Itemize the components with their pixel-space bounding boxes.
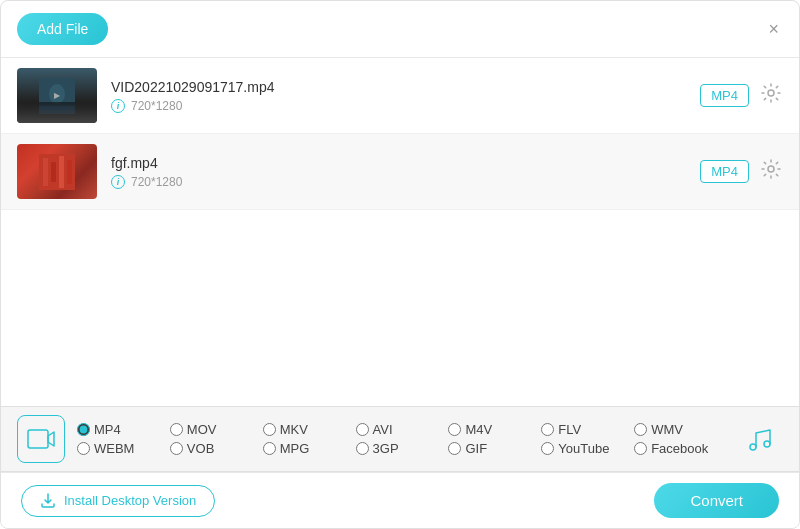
format-badge-2[interactable]: MP4 (700, 160, 749, 183)
format-badge-1[interactable]: MP4 (700, 84, 749, 107)
svg-rect-12 (28, 430, 48, 448)
format-flv[interactable]: FLV (541, 422, 634, 437)
format-vob[interactable]: VOB (170, 441, 263, 456)
file-thumbnail-2 (17, 144, 97, 199)
format-mkv[interactable]: MKV (263, 422, 356, 437)
format-bar: MP4 MOV MKV AVI M4V FLV WMV WEBM VOB MPG (1, 406, 799, 472)
file-name-2: fgf.mp4 (111, 155, 700, 171)
file-actions-2: MP4 (700, 157, 783, 186)
format-mp4[interactable]: MP4 (77, 422, 170, 437)
format-wmv[interactable]: WMV (634, 422, 727, 437)
file-actions-1: MP4 (700, 81, 783, 110)
music-format-icon[interactable] (735, 415, 783, 463)
format-options-grid: MP4 MOV MKV AVI M4V FLV WMV WEBM VOB MPG (77, 422, 727, 456)
close-button[interactable]: × (764, 16, 783, 42)
svg-rect-9 (59, 156, 64, 188)
svg-rect-7 (43, 158, 48, 186)
format-youtube[interactable]: YouTube (541, 441, 634, 456)
file-name-1: VID20221029091717.mp4 (111, 79, 700, 95)
install-label: Install Desktop Version (64, 493, 196, 508)
svg-point-14 (764, 441, 770, 447)
video-format-icon (17, 415, 65, 463)
app-header: Add File × (1, 1, 799, 58)
convert-button[interactable]: Convert (654, 483, 779, 518)
format-gif[interactable]: GIF (448, 441, 541, 456)
file-info-2: fgf.mp4 i 720*1280 (97, 155, 700, 189)
file-resolution-2: 720*1280 (131, 175, 182, 189)
svg-rect-3 (39, 102, 75, 106)
format-mpg[interactable]: MPG (263, 441, 356, 456)
svg-point-11 (768, 166, 774, 172)
file-list: ▶ VID20221029091717.mp4 i 720*1280 MP4 (1, 58, 799, 408)
file-item-2: fgf.mp4 i 720*1280 MP4 (1, 134, 799, 210)
file-thumbnail-1: ▶ (17, 68, 97, 123)
format-facebook[interactable]: Facebook (634, 441, 727, 456)
svg-rect-10 (67, 160, 72, 184)
file-item-1: ▶ VID20221029091717.mp4 i 720*1280 MP4 (1, 58, 799, 134)
info-icon-1[interactable]: i (111, 99, 125, 113)
add-file-button[interactable]: Add File (17, 13, 108, 45)
file-info-1: VID20221029091717.mp4 i 720*1280 (97, 79, 700, 113)
svg-point-13 (750, 444, 756, 450)
settings-button-2[interactable] (759, 157, 783, 186)
file-resolution-1: 720*1280 (131, 99, 182, 113)
format-m4v[interactable]: M4V (448, 422, 541, 437)
file-meta-2: i 720*1280 (111, 175, 700, 189)
svg-point-5 (768, 90, 774, 96)
svg-text:▶: ▶ (54, 91, 61, 100)
settings-button-1[interactable] (759, 81, 783, 110)
install-desktop-button[interactable]: Install Desktop Version (21, 485, 215, 517)
svg-rect-1 (39, 106, 75, 114)
file-meta-1: i 720*1280 (111, 99, 700, 113)
app-footer: Install Desktop Version Convert (1, 472, 799, 528)
format-mov[interactable]: MOV (170, 422, 263, 437)
format-avi[interactable]: AVI (356, 422, 449, 437)
svg-rect-8 (51, 162, 56, 182)
format-3gp[interactable]: 3GP (356, 441, 449, 456)
info-icon-2[interactable]: i (111, 175, 125, 189)
format-webm[interactable]: WEBM (77, 441, 170, 456)
